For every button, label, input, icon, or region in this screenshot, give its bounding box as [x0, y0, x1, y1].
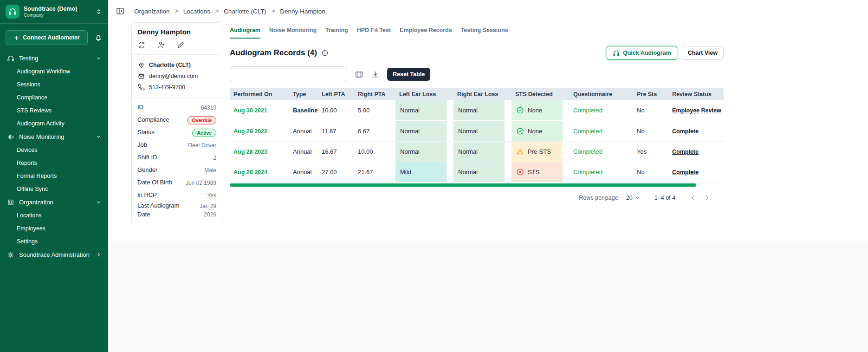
chart-view-button[interactable]: Chart View [682, 46, 724, 60]
column-header-type[interactable]: Type [289, 88, 318, 100]
review-status-link[interactable]: Complete [672, 169, 699, 176]
column-header-pre-sts[interactable]: Pre Sts [633, 88, 668, 100]
field-gender: Gender Male [137, 164, 216, 176]
tab-noise-monitoring[interactable]: Noise Monitoring [269, 27, 317, 39]
right-ear-loss-cell: Normal [453, 100, 505, 120]
tab-testing-sessions[interactable]: Testing Sessions [461, 27, 508, 39]
sidebar-item-settings[interactable]: Settings [0, 235, 108, 248]
sidebar-item-audiogram-workflow[interactable]: Audiogram Workflow [0, 65, 108, 78]
rows-per-page-select[interactable]: 20 [626, 195, 641, 201]
employee-location: Charlotte (CLT) [149, 62, 191, 68]
plus-icon [13, 35, 19, 41]
notifications-bell-button[interactable] [94, 33, 103, 42]
sidebar-item-organization[interactable]: Organization [0, 196, 108, 209]
pencil-icon [176, 41, 185, 49]
column-header-questionnaire[interactable]: Questionnaire [570, 88, 633, 100]
column-header-sts-detected[interactable]: STS Detected [512, 88, 570, 100]
sidebar-item-audiogram-activity[interactable]: Audiogram Activity [0, 117, 108, 130]
phone-icon [137, 84, 145, 91]
pre-sts-cell: Yes [633, 141, 668, 162]
performed-on-link[interactable]: Aug 30 2021 [233, 107, 267, 114]
left-pta-cell: 11.67 [318, 121, 354, 141]
download-button[interactable] [371, 70, 380, 79]
envelope-icon [137, 73, 145, 80]
sidebar-item-formal-reports[interactable]: Formal Reports [0, 169, 108, 183]
person-transfer-button[interactable] [157, 41, 165, 49]
performed-on-link[interactable]: Aug 29 2022 [233, 128, 267, 135]
building-icon [6, 199, 14, 206]
panel-collapse-button[interactable] [116, 7, 125, 16]
field-label: ID [137, 103, 143, 112]
questionnaire-cell: Completed [570, 100, 633, 121]
breadcrumb-charlotte[interactable]: Charlotte (CLT) [224, 8, 266, 15]
quick-audiogram-button[interactable]: Quick Audiogram [607, 46, 677, 60]
sidebar-item-soundtrace-administration[interactable]: Soundtrace Administration [0, 248, 108, 261]
sidebar-item-reports[interactable]: Reports [0, 156, 108, 169]
column-header-performed-on[interactable]: Performed On [230, 88, 289, 100]
field-job: Job Fleet Driver [137, 139, 216, 151]
left-ear-loss-cell: Normal [395, 100, 447, 120]
previous-page-button[interactable] [689, 194, 697, 202]
chevron-right-icon [96, 252, 102, 258]
sidebar-item-noise-monitoring[interactable]: Noise Monitoring [0, 130, 108, 143]
headphones-icon [613, 50, 620, 57]
type-cell: Annual [289, 162, 318, 182]
review-status-link[interactable]: Complete [672, 128, 699, 135]
tab-training[interactable]: Training [325, 27, 348, 39]
sidebar-item-locations[interactable]: Locations [0, 209, 108, 222]
sidebar-item-offline-sync[interactable]: Offline Sync [0, 183, 108, 196]
employee-phone: 513-479-9700 [149, 84, 185, 91]
sidebar-item-devices[interactable]: Devices [0, 143, 108, 156]
sidebar-item-label: Testing [19, 55, 38, 62]
page-title: Audiogram Records (4) [230, 48, 329, 58]
ear-loss-value: Normal [458, 148, 478, 155]
connect-audiometer-button[interactable]: Connect Audiometer [6, 30, 88, 45]
sidebar-collapse-button[interactable] [95, 8, 103, 15]
employee-email: denny@demo.com [149, 73, 198, 79]
reset-table-button[interactable]: Reset Table [387, 68, 430, 81]
headset-icon [8, 7, 17, 16]
field-shift-id: Shift ID 2 [137, 151, 216, 164]
performed-on-link[interactable]: Aug 28 2023 [233, 149, 267, 155]
pre-sts-cell: No [633, 162, 668, 182]
next-page-button[interactable] [703, 194, 711, 202]
sidebar-item-sessions[interactable]: Sessions [0, 78, 108, 91]
app-root: Soundtrace (Demo) Company Connect Audiom… [0, 0, 868, 352]
search-input[interactable] [230, 66, 347, 82]
sidebar-item-sts-reviews[interactable]: STS Reviews [0, 104, 108, 117]
horizontal-scrollbar[interactable] [230, 183, 696, 187]
tab-audiogram[interactable]: Audiogram [230, 27, 260, 39]
tab-employee-records[interactable]: Employee Records [400, 27, 452, 39]
performed-on-link[interactable]: Aug 28 2024 [233, 169, 267, 176]
sidebar-item-label: Noise Monitoring [19, 133, 65, 140]
breadcrumb-organization[interactable]: Organization [134, 8, 170, 15]
audiogram-records-table: Performed On Type Left PTA Right PTA Lef… [230, 88, 724, 183]
sidebar-item-employees[interactable]: Employees [0, 222, 108, 235]
sync-button[interactable] [137, 41, 146, 49]
sidebar-item-compliance[interactable]: Compliance [0, 91, 108, 104]
column-header-left-pta[interactable]: Left PTA [318, 88, 354, 100]
field-label: Gender [137, 166, 157, 175]
column-header-left-ear-loss[interactable]: Left Ear Loss [395, 88, 453, 100]
sidebar-item-label: Organization [19, 199, 53, 206]
brand-subtitle: Company [24, 13, 77, 18]
sidebar-item-testing[interactable]: Testing [0, 52, 108, 65]
table-row: Aug 28 2023 Annual 16.67 10.00 Normal No… [230, 141, 724, 162]
column-header-right-pta[interactable]: Right PTA [354, 88, 395, 100]
breadcrumb-denny-hampton[interactable]: Denny Hampton [280, 8, 325, 15]
employee-email-row: denny@demo.com [137, 71, 216, 82]
tab-bar: Audiogram Noise Monitoring Training HPD … [230, 22, 724, 39]
review-status-link[interactable]: Complete [672, 149, 699, 155]
tab-hpd-fit-test[interactable]: HPD Fit Test [357, 27, 391, 39]
info-icon[interactable] [321, 49, 329, 57]
breadcrumb-locations[interactable]: Locations [183, 8, 210, 15]
columns-button[interactable] [355, 70, 363, 79]
pre-sts-cell: No [633, 100, 668, 121]
pre-sts-cell: No [633, 121, 668, 141]
table-row: Aug 30 2021 Baseline 10.00 5.00 Normal N… [230, 100, 724, 121]
review-status-link[interactable]: Employee Review [672, 107, 721, 114]
column-header-review-status[interactable]: Review Status [668, 88, 724, 100]
sidebar-nav: Testing Audiogram Workflow Sessions Comp… [0, 50, 108, 261]
edit-button[interactable] [176, 41, 185, 49]
column-header-right-ear-loss[interactable]: Right Ear Loss [453, 88, 512, 100]
